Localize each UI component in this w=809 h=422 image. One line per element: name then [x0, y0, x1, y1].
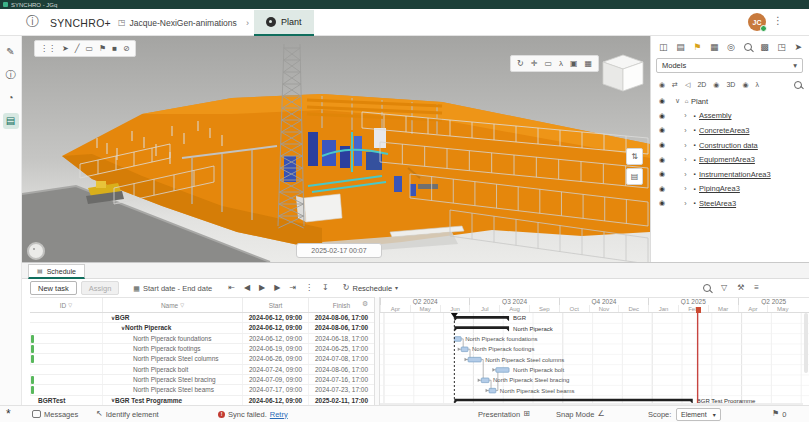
eye-icon[interactable]: ◉ [659, 97, 669, 105]
caret-icon[interactable]: ∨ [673, 97, 682, 105]
table-row[interactable]: North Piperack Steel columns2024-06-26, … [30, 354, 374, 364]
filled-square-icon[interactable]: ■ [112, 45, 117, 53]
tree-item[interactable]: ◉›▪SteelArea3 [651, 196, 809, 211]
speaker-icon[interactable]: ◁ [685, 81, 690, 88]
prev-frame-icon[interactable]: ◀ [244, 284, 250, 292]
table-row[interactable]: North Piperack Steel bracing2024-07-09, … [30, 375, 374, 385]
first-frame-icon[interactable]: ⇤ [228, 284, 235, 292]
eye-all-icon[interactable]: ◉ [659, 81, 665, 88]
column-header-id[interactable]: ID▽ [30, 298, 102, 312]
tree-item[interactable]: ◉›▪PipingArea3 [651, 182, 809, 197]
snapshot-icon[interactable]: ▣ [570, 60, 578, 68]
eye-icon[interactable]: ◉ [659, 199, 669, 207]
pan-icon[interactable]: ✛ [531, 60, 538, 68]
table-row[interactable]: North Piperack Steel beams2024-07-17, 09… [30, 385, 374, 395]
project-breadcrumb[interactable]: ◳ Jacque-NexiGen-animations [118, 13, 237, 33]
tree-item[interactable]: ◉∨⌂Plant [651, 94, 809, 109]
new-task-button[interactable]: New task [30, 281, 77, 295]
gantt-task-bar[interactable] [489, 388, 496, 393]
format-icon[interactable]: ⚒ [737, 284, 744, 292]
models-dropdown[interactable]: Models ▾ [656, 58, 803, 73]
export-icon[interactable]: ◳ [777, 43, 786, 52]
sync-status-icon[interactable]: ◔ [3, 90, 19, 106]
filter-icon[interactable]: ▽ [721, 284, 727, 292]
caret-icon[interactable]: › [681, 185, 690, 192]
import-icon[interactable]: ↧ [322, 284, 329, 292]
tree-search-icon[interactable] [794, 81, 802, 89]
table-row[interactable]: ∨ North Piperack2024-06-12, 09:002024-08… [30, 323, 374, 333]
toggle-2d[interactable]: 2D [697, 81, 706, 88]
gantt-task-bar[interactable] [481, 378, 489, 383]
filter-icon[interactable]: ▽ [180, 302, 184, 308]
clipboard-icon[interactable]: ▤ [676, 43, 685, 52]
pointer-icon[interactable]: ➤ [794, 43, 802, 52]
eye-icon[interactable]: ◉ [659, 141, 669, 149]
walk-mode-icon[interactable]: λ [756, 81, 760, 88]
drag-handle[interactable]: ⋮⋮ [40, 45, 56, 53]
tree-item[interactable]: ◉›▪Construction data [651, 138, 809, 153]
play-icon[interactable]: ▶ [259, 284, 265, 292]
info-menu-icon[interactable]: ⓘ [26, 15, 39, 28]
eye-2d-icon[interactable]: ◉ [713, 81, 719, 88]
gantt-chart[interactable]: BGRNorth PiperackNorth Piperack foundati… [380, 313, 809, 406]
zoom-window-icon[interactable]: ▭ [544, 60, 552, 68]
flag-icon[interactable]: ⚑ [693, 43, 701, 52]
current-date-handle[interactable] [696, 307, 701, 313]
gantt-task-bar[interactable] [496, 368, 509, 373]
column-header-start[interactable]: Start [242, 298, 308, 312]
gantt-summary-bar[interactable] [454, 316, 509, 321]
presentation-toggle[interactable]: Presentation ⊞ [478, 406, 530, 422]
caret-icon[interactable]: › [681, 127, 690, 134]
gantt-vscrollbar[interactable] [804, 313, 808, 373]
table-row[interactable]: North Piperack bolt2024-07-24, 09:002024… [30, 365, 374, 375]
caret-icon[interactable]: › [681, 171, 690, 178]
table-row[interactable]: North Piperack footings2024-06-19, 09:00… [30, 344, 374, 354]
flag-markup-icon[interactable]: ⚑ [99, 45, 106, 53]
select-icon[interactable]: ➤ [62, 45, 69, 53]
reschedule-button[interactable]: Reschedule [352, 284, 392, 293]
column-settings-icon[interactable]: ⚙ [362, 300, 368, 307]
caret-icon[interactable]: › [681, 112, 690, 119]
grid-icon[interactable]: ▩ [760, 43, 769, 52]
markup-pen-icon[interactable]: ✎ [3, 44, 19, 60]
eye-icon[interactable]: ◉ [659, 126, 669, 134]
view-cube[interactable] [600, 52, 646, 98]
swap-icon[interactable]: ⇄ [672, 81, 678, 88]
circle-markup-icon[interactable]: ⊘ [123, 45, 130, 53]
line-markup-icon[interactable]: ╱ [75, 45, 80, 53]
film-icon[interactable]: ▦ [585, 60, 593, 68]
column-header-name[interactable]: Name▽ [102, 298, 242, 312]
menu-icon[interactable]: ≡ [754, 284, 759, 292]
search-icon[interactable] [744, 43, 752, 51]
tree-item[interactable]: ◉›▪ConcreteArea3 [651, 123, 809, 138]
filters-icon[interactable]: ⇅ [626, 148, 643, 165]
gantt-task-bar[interactable] [468, 357, 481, 362]
toggle-3d[interactable]: 3D [726, 81, 735, 88]
last-frame-icon[interactable]: ⇥ [289, 284, 296, 292]
film-strip-icon[interactable]: ▦ [710, 43, 719, 52]
more-options-icon[interactable]: ⋮ [305, 284, 313, 292]
gantt-task-bar[interactable] [461, 347, 468, 352]
eye-icon[interactable]: ◉ [659, 170, 669, 178]
orbit-icon[interactable]: ↻ [517, 60, 524, 68]
gantt-summary-bar[interactable] [454, 326, 509, 331]
tab-plant[interactable]: Plant [254, 10, 314, 36]
table-row[interactable]: North Piperack foundations2024-06-12, 09… [30, 334, 374, 344]
scope-select[interactable]: Element ▾ [676, 406, 721, 422]
tab-schedule[interactable]: ▤ Schedule [28, 264, 85, 279]
tree-item[interactable]: ◉›▪EquipmentArea3 [651, 152, 809, 167]
reschedule-caret-icon[interactable]: ▾ [395, 285, 398, 291]
header-more-icon[interactable]: ⋮ [773, 16, 783, 26]
table-row[interactable]: ∨ BGR2024-06-12, 09:002024-08-06, 17:00 [30, 313, 374, 323]
eye-icon[interactable]: ◉ [659, 185, 669, 193]
caret-icon[interactable]: › [681, 156, 690, 163]
caret-icon[interactable]: › [681, 200, 690, 207]
identify-element-button[interactable]: ↖ Identify element [96, 406, 159, 422]
model-viewport[interactable]: ⋮⋮➤╱▭⚑■⊘ ↻✛▭λ▣▦ ⇅▤ 2025-02-17 00:07 [22, 36, 650, 262]
date-range-field[interactable]: Start date - End date [143, 284, 212, 293]
rect-markup-icon[interactable]: ▭ [86, 45, 94, 53]
compass-icon[interactable] [27, 242, 45, 260]
snap-mode-toggle[interactable]: Snap Mode ∠ [556, 406, 605, 422]
caret-icon[interactable]: › [681, 142, 690, 149]
keyframes-icon[interactable]: ▤ [626, 168, 643, 185]
